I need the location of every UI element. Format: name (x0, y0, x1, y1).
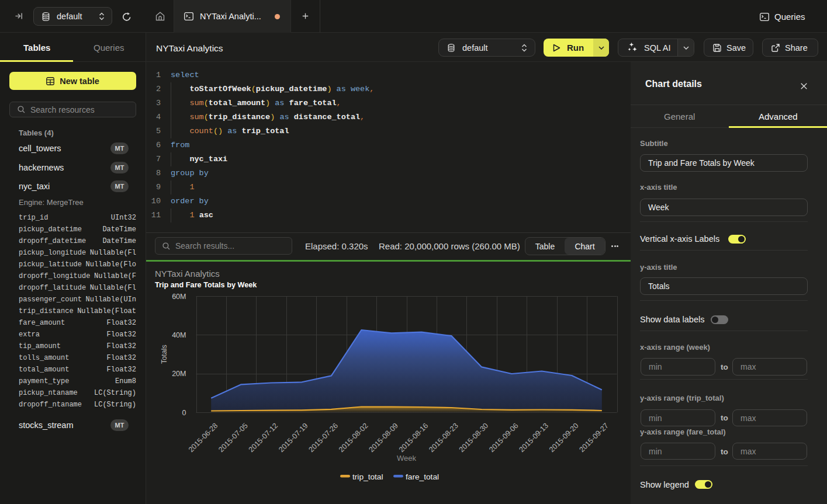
svg-text:Week: Week (397, 454, 416, 463)
svg-text:Trip and Fare Totals by Week: Trip and Fare Totals by Week (155, 281, 257, 289)
svg-text:20M: 20M (172, 370, 186, 378)
svg-text:2015-07-19: 2015-07-19 (277, 422, 309, 454)
svg-text:2015-07-12: 2015-07-12 (247, 422, 279, 454)
svg-text:trip_total: trip_total (352, 472, 383, 481)
svg-text:2015-06-28: 2015-06-28 (187, 422, 219, 454)
svg-text:2015-08-30: 2015-08-30 (458, 422, 490, 454)
svg-text:2015-08-02: 2015-08-02 (337, 422, 369, 454)
svg-text:2015-09-06: 2015-09-06 (487, 422, 520, 454)
svg-text:2015-09-20: 2015-09-20 (548, 422, 580, 454)
svg-text:2015-07-05: 2015-07-05 (217, 422, 249, 454)
svg-text:NYTaxi Analytics: NYTaxi Analytics (155, 269, 220, 279)
svg-text:2015-08-23: 2015-08-23 (427, 422, 459, 454)
svg-text:0: 0 (182, 409, 186, 417)
svg-text:2015-09-13: 2015-09-13 (518, 422, 550, 454)
svg-text:40M: 40M (172, 331, 186, 339)
svg-text:Totals: Totals (161, 345, 169, 364)
svg-text:2015-09-27: 2015-09-27 (577, 422, 610, 454)
svg-text:2015-08-09: 2015-08-09 (367, 422, 399, 454)
svg-text:2015-08-16: 2015-08-16 (397, 422, 430, 454)
svg-text:2015-07-26: 2015-07-26 (307, 422, 340, 454)
svg-text:60M: 60M (172, 293, 186, 301)
svg-text:fare_total: fare_total (406, 472, 439, 481)
